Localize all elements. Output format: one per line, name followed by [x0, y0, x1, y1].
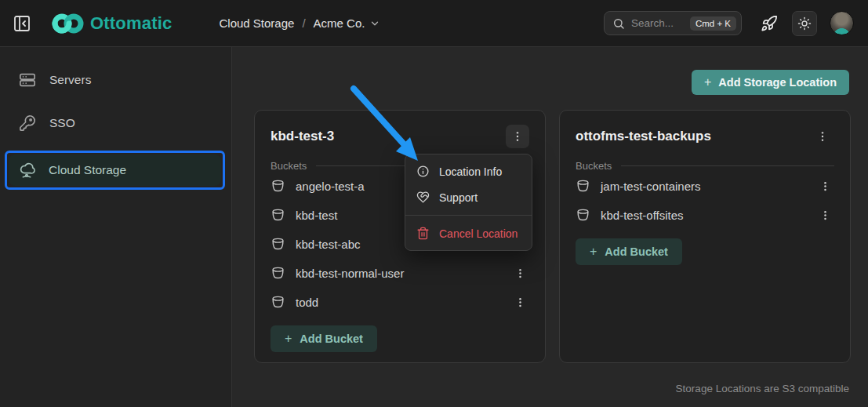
card-title: ottofms-test-backups	[576, 129, 711, 144]
ottomatic-logo[interactable]: Ottomatic	[50, 11, 172, 36]
bucket-name: angelo-test-a	[296, 180, 365, 193]
sidebar-item-label: Cloud Storage	[49, 163, 126, 177]
buckets-section-label: Buckets	[576, 160, 612, 172]
bucket-name: kbd-test-offsites	[601, 209, 684, 222]
sidebar-collapse-icon[interactable]	[11, 13, 33, 35]
plus-icon: +	[704, 76, 711, 89]
trash-icon	[416, 227, 430, 240]
add-bucket-button[interactable]: + Add Bucket	[576, 238, 682, 265]
storage-location-card-ottofms-test-backups: ottofms-test-backups Buckets jam-test-co…	[559, 110, 851, 363]
search-box[interactable]: Cmd + K	[604, 11, 742, 35]
storage-location-cards: kbd-test-3 Buckets angelo-test-a kbd-tes…	[254, 110, 851, 363]
info-icon	[416, 165, 430, 178]
theme-toggle-button[interactable]	[792, 11, 817, 36]
rocket-icon[interactable]	[761, 15, 778, 32]
top-bar: Ottomatic Cloud Storage / Acme Co. Cmd +…	[0, 0, 868, 47]
s3-compatible-note: Storage Locations are S3 compatible	[676, 383, 849, 394]
menu-divider	[405, 215, 532, 216]
bucket-row: jam-test-containers	[576, 172, 834, 201]
bucket-row: todd	[271, 288, 529, 317]
sidebar-item-label: Servers	[49, 73, 91, 87]
bucket-kebab-menu-button[interactable]	[816, 177, 834, 195]
bucket-kebab-menu-button[interactable]	[511, 264, 529, 282]
ottomatic-logo-icon	[50, 11, 85, 36]
bucket-name: kbd-test-abc	[296, 238, 361, 251]
search-input[interactable]	[631, 17, 684, 29]
bucket-icon	[576, 208, 590, 223]
add-bucket-button[interactable]: + Add Bucket	[271, 325, 377, 352]
key-icon	[19, 114, 36, 132]
bucket-name: kbd-test-normal-user	[296, 267, 404, 280]
bucket-icon	[576, 179, 590, 194]
logo-text: Ottomatic	[90, 13, 172, 34]
org-switcher[interactable]: Acme Co.	[314, 16, 381, 30]
breadcrumb: Cloud Storage / Acme Co.	[219, 16, 380, 30]
card-kebab-menu-button[interactable]	[811, 125, 834, 148]
shortcut-badge: Cmd + K	[690, 16, 736, 31]
menu-item-cancel-location[interactable]: Cancel Location	[405, 220, 532, 246]
sidebar-item-label: SSO	[49, 116, 75, 130]
bucket-icon	[271, 295, 285, 310]
heart-handshake-icon	[416, 191, 430, 204]
bucket-name: todd	[296, 296, 318, 309]
bucket-row: kbd-test-normal-user	[271, 259, 529, 288]
user-avatar[interactable]	[830, 11, 854, 35]
sun-icon	[797, 16, 812, 31]
plus-icon: +	[590, 245, 597, 258]
sidebar-item-servers[interactable]: Servers	[9, 64, 222, 96]
chevron-down-icon	[369, 18, 380, 29]
bucket-kebab-menu-button[interactable]	[816, 206, 834, 224]
card-kebab-menu-button[interactable]	[506, 125, 529, 148]
servers-icon	[19, 71, 36, 89]
menu-item-location-info[interactable]: Location Info	[405, 158, 532, 184]
bucket-icon	[271, 179, 285, 194]
menu-item-support[interactable]: Support	[405, 184, 532, 210]
bucket-icon	[271, 266, 285, 281]
plus-icon: +	[285, 333, 292, 345]
bucket-icon	[271, 208, 285, 223]
bucket-name: kbd-test	[296, 209, 337, 222]
search-icon	[612, 17, 625, 30]
breadcrumb-entity: Acme Co.	[314, 16, 365, 30]
cloud-storage-icon	[18, 162, 35, 179]
section-divider	[621, 165, 834, 166]
location-context-menu: Location Info Support Cancel Location	[405, 154, 532, 251]
bucket-name: jam-test-containers	[601, 180, 701, 193]
card-title: kbd-test-3	[271, 129, 334, 144]
buckets-section-label: Buckets	[271, 160, 307, 172]
sidebar: Servers SSO Cloud Storage	[0, 47, 232, 407]
breadcrumb-separator: /	[302, 16, 305, 30]
sidebar-item-cloud-storage[interactable]: Cloud Storage	[9, 154, 221, 186]
breadcrumb-section[interactable]: Cloud Storage	[219, 16, 294, 30]
sidebar-item-sso[interactable]: SSO	[9, 107, 222, 139]
main-content: + Add Storage Location kbd-test-3 Bucket…	[232, 47, 868, 407]
bucket-kebab-menu-button[interactable]	[511, 293, 529, 311]
bucket-row: kbd-test-offsites	[576, 201, 834, 230]
bucket-icon	[271, 237, 285, 252]
annotation-highlight-box: Cloud Storage	[5, 151, 225, 190]
add-storage-location-button[interactable]: + Add Storage Location	[692, 70, 849, 95]
